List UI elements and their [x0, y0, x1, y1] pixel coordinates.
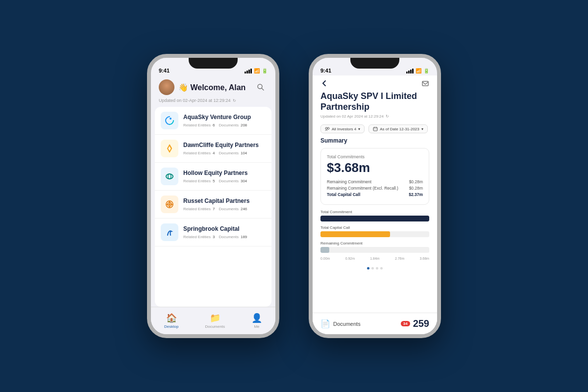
- chart-label-total: Total Commitment: [320, 210, 429, 214]
- chart-bar-fill-remaining: [320, 247, 329, 253]
- doc-left: 📄 Documents: [320, 319, 361, 328]
- springbrook-logo-icon: [164, 226, 175, 238]
- chart-bar-fill-capital: [320, 231, 390, 237]
- axis-0: 0.00m: [320, 257, 330, 260]
- phone-notch-2: [350, 58, 399, 69]
- fund-meta-aquasky: Related Entities 6 Documents 208: [183, 123, 266, 127]
- investors-icon: [325, 127, 330, 131]
- nav-me[interactable]: 👤 Me: [251, 313, 262, 329]
- mail-button[interactable]: [421, 79, 429, 89]
- wifi-icon-2: 📶: [416, 68, 421, 74]
- phone-1: 9:41 📶 🔋 👋 Welcome, Alan: [147, 54, 279, 338]
- doc-label: Documents: [333, 321, 361, 327]
- remaining-commitment-label: Remaining Commitment: [327, 179, 371, 184]
- chart-total-commitment: Total Commitment: [320, 210, 429, 221]
- fund-item-dawncliffe[interactable]: DawnCliffe Equity Partners Related Entit…: [155, 135, 271, 163]
- fund-meta-hollow: Related Entities 5 Documents 304: [183, 179, 266, 183]
- summary-card: Total Commitments $3.68m Remaining Commi…: [320, 148, 429, 205]
- screen-home: 👋 Welcome, Alan Updated on 02-Apr-2024 a…: [151, 75, 275, 334]
- calendar-icon: [373, 126, 378, 131]
- fund-logo-russet: [161, 196, 178, 213]
- fund-info-dawncliffe: DawnCliffe Equity Partners Related Entit…: [183, 142, 266, 155]
- svg-point-4: [168, 174, 171, 179]
- date-filter-label: As of Date 12-31-2023: [380, 127, 419, 131]
- related-entities-springbrook: Related Entities 3: [183, 235, 215, 239]
- phone-content-2: AquaSky SPV I Limited Partnership Update…: [313, 75, 437, 334]
- mail-icon: [421, 79, 429, 87]
- axis-1: 0.92m: [345, 257, 355, 260]
- aquasky-logo-icon: [164, 115, 175, 126]
- nav-desktop[interactable]: 🏠 Desktop: [164, 313, 178, 329]
- fund-item-russet[interactable]: Russet Capital Partners Related Entities…: [155, 191, 271, 219]
- fund-name-dawncliffe: DawnCliffe Equity Partners: [183, 142, 266, 149]
- search-button[interactable]: [254, 80, 268, 94]
- russet-logo-icon: [164, 198, 175, 210]
- doc-right: 34 259: [401, 318, 429, 329]
- status-time-1: 9:41: [159, 68, 170, 74]
- investors-filter[interactable]: All Investors 4 ▾: [320, 124, 365, 133]
- refresh-icon: ↻: [233, 98, 236, 103]
- filter-bar: All Investors 4 ▾ As of Date 12-31-2023 …: [313, 122, 437, 137]
- signal-bar-3: [248, 70, 250, 74]
- home-title-area: 👋 Welcome, Alan: [159, 79, 245, 95]
- welcome-text: 👋 Welcome, Alan: [178, 83, 245, 92]
- screen-detail: AquaSky SPV I Limited Partnership Update…: [313, 75, 437, 334]
- related-entities-hollow: Related Entities 5: [183, 179, 215, 183]
- summary-section-title: Summary: [320, 137, 429, 144]
- chart-capital-call: Total Capital Call: [320, 225, 429, 237]
- bottom-nav-1: 🏠 Desktop 📁 Documents 👤 Me: [151, 307, 275, 334]
- detail-update: Updated on 02 Apr 2024 at 12:29:24 ↻: [320, 114, 429, 119]
- dawncliffe-logo-icon: [164, 143, 175, 154]
- chart-bar-fill-total: [320, 216, 429, 221]
- fund-name-aquasky: AquaSky Venture Group: [183, 114, 266, 122]
- me-icon: 👤: [251, 313, 262, 323]
- remaining-excl-value: $0.28m: [409, 186, 423, 191]
- signal-bar-8: [412, 69, 414, 74]
- fund-meta-dawncliffe: Related Entities 4 Documents 104: [183, 151, 266, 155]
- svg-point-2: [170, 118, 172, 120]
- documents-dawncliffe: Documents 104: [219, 151, 247, 155]
- date-filter[interactable]: As of Date 12-31-2023 ▾: [368, 124, 428, 133]
- summary-section: Summary Total Commitments $3.68m Remaini…: [313, 137, 437, 313]
- fund-name-russet: Russet Capital Partners: [183, 197, 266, 205]
- fund-logo-dawncliffe: [161, 140, 178, 157]
- fund-item-hollow[interactable]: Hollow Equity Partners Related Entities …: [155, 163, 271, 191]
- signal-bars-2: [406, 69, 414, 74]
- fund-meta-russet: Related Entities 7 Documents 246: [183, 207, 266, 211]
- svg-point-11: [327, 127, 329, 129]
- total-commitments-label: Total Commitments: [327, 154, 423, 159]
- nav-documents[interactable]: 📁 Documents: [205, 313, 224, 329]
- desktop-icon: 🏠: [166, 313, 177, 323]
- fund-logo-aquasky: [161, 112, 178, 129]
- doc-badge: 34: [401, 321, 410, 326]
- chart-bar-bg-capital: [320, 231, 429, 237]
- documents-footer[interactable]: 📄 Documents 34 259: [313, 313, 437, 334]
- fund-item-aquasky[interactable]: AquaSky Venture Group Related Entities 6…: [155, 107, 271, 135]
- pagination-dots: [320, 264, 429, 272]
- fund-logo-hollow: [161, 168, 178, 185]
- remaining-excl-row: Remaining Commitment (Excl. Recall.) $0.…: [327, 186, 423, 191]
- svg-point-3: [166, 174, 173, 179]
- search-icon: [257, 83, 265, 91]
- related-entities-aquasky: Related Entities 6: [183, 123, 215, 127]
- battery-icon-2: 🔋: [423, 68, 429, 74]
- remaining-commitment-value: $0.28m: [409, 179, 423, 184]
- axis-4: 3.68m: [420, 257, 429, 260]
- battery-icon-1: 🔋: [262, 68, 268, 74]
- refresh-icon-2: ↻: [386, 114, 389, 119]
- investors-chevron-icon: ▾: [358, 127, 360, 131]
- chart-bar-bg-total: [320, 216, 429, 221]
- phone-2: 9:41 📶 🔋: [309, 54, 441, 338]
- related-entities-dawncliffe: Related Entities 4: [183, 151, 215, 155]
- back-button[interactable]: [320, 79, 328, 89]
- signal-bar-4: [250, 69, 252, 74]
- related-entities-russet: Related Entities 7: [183, 207, 215, 211]
- chart-remaining: Remaining Commitment: [320, 241, 429, 253]
- charts-section: Total Commitment Total Capital Call: [320, 210, 429, 260]
- fund-list[interactable]: AquaSky Venture Group Related Entities 6…: [155, 107, 271, 307]
- avatar: [159, 79, 174, 95]
- fund-item-springbrook[interactable]: Springbrook Capital Related Entities 3 D…: [155, 219, 271, 246]
- detail-header: [313, 75, 437, 91]
- fund-logo-springbrook: [161, 223, 178, 241]
- signal-bar-1: [245, 72, 246, 74]
